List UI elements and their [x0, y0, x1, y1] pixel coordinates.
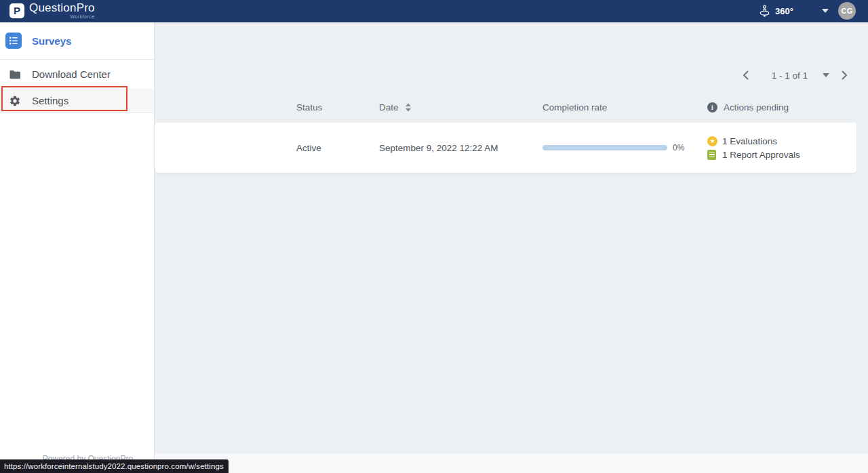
surveys-list-icon: [5, 33, 22, 49]
sidebar-item-label: Surveys: [32, 35, 71, 47]
action-evaluations[interactable]: ★ 1 Evaluations: [707, 135, 800, 147]
brand-name: QuestionPro: [29, 2, 95, 14]
mode-360-label: 360°: [775, 6, 793, 16]
app-root: P QuestionPro Workforce 360° CG: [0, 0, 868, 473]
mode-360-selector[interactable]: 360°: [757, 4, 793, 18]
column-header-actions: i Actions pending: [707, 102, 856, 112]
report-document-icon: [707, 150, 717, 160]
cell-completion: 0%: [542, 143, 707, 152]
evaluation-star-icon: ★: [707, 136, 717, 146]
cell-actions-pending: ★ 1 Evaluations 1 Report Approvals: [707, 135, 856, 161]
pagination: 1 - 1 of 1: [743, 64, 848, 86]
action-report-approvals[interactable]: 1 Report Approvals: [707, 148, 800, 161]
actions-stack: ★ 1 Evaluations 1 Report Approvals: [707, 135, 800, 161]
gear-icon: [8, 95, 22, 107]
sidebar-item-settings[interactable]: Settings: [0, 89, 154, 113]
column-header-completion: Completion rate: [542, 102, 707, 112]
brand[interactable]: QuestionPro Workforce: [29, 2, 95, 20]
info-icon[interactable]: i: [707, 102, 717, 112]
page-size-caret-icon[interactable]: [823, 73, 829, 77]
topbar: P QuestionPro Workforce 360° CG: [0, 0, 868, 22]
sidebar-item-download-center[interactable]: Download Center: [0, 60, 154, 89]
folder-icon: [8, 69, 22, 80]
sidebar: Surveys Download Center Settings Powered…: [0, 22, 155, 473]
previous-page-icon[interactable]: [743, 70, 749, 80]
sidebar-item-label: Download Center: [32, 68, 111, 80]
cell-status: Active: [296, 143, 379, 153]
user-avatar[interactable]: CG: [838, 2, 856, 20]
logo-letter: P: [14, 5, 20, 16]
sort-icon[interactable]: [405, 103, 412, 112]
action-label: 1 Evaluations: [722, 136, 777, 146]
column-header-status: Status: [296, 102, 379, 112]
action-label: 1 Report Approvals: [722, 150, 800, 160]
sidebar-item-surveys[interactable]: Surveys: [0, 22, 154, 60]
table-row[interactable]: Active September 9, 2022 12:22 AM 0% ★ 1…: [155, 123, 856, 173]
link-status-bar: https://workforceinternalstudy2022.quest…: [0, 459, 229, 473]
main-content: 1 - 1 of 1 Status Date Completion rate: [155, 22, 868, 473]
bottom-strip: [155, 453, 868, 473]
next-page-icon[interactable]: [842, 70, 848, 80]
cell-date: September 9, 2022 12:22 AM: [379, 143, 542, 153]
date-header-label: Date: [379, 102, 399, 112]
table-header-row: Status Date Completion rate i Actions pe…: [155, 96, 856, 119]
brand-subtitle: Workforce: [70, 14, 94, 20]
topbar-dropdown-caret-icon[interactable]: [822, 9, 829, 13]
actions-header-label: Actions pending: [724, 102, 789, 112]
topbar-right: 360° CG: [757, 2, 868, 20]
completion-percent-label: 0%: [673, 143, 684, 152]
person-360-icon: [757, 4, 772, 18]
column-header-date[interactable]: Date: [379, 102, 542, 112]
questionpro-logo-icon[interactable]: P: [9, 3, 24, 18]
completion-progress-bar: [542, 145, 667, 150]
sidebar-item-label: Settings: [32, 95, 68, 106]
pagination-range-label: 1 - 1 of 1: [772, 70, 808, 81]
